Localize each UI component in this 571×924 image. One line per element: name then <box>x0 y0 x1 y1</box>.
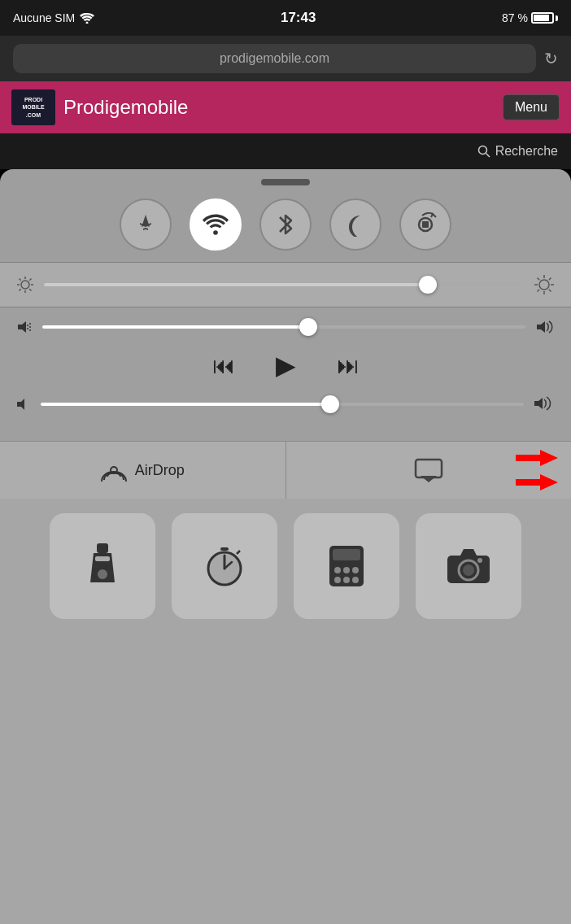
svg-rect-5 <box>422 221 429 228</box>
svg-line-2 <box>486 154 490 158</box>
calculator-button[interactable] <box>294 513 399 619</box>
brightness-high-icon <box>534 274 555 295</box>
wifi-status-icon <box>80 13 94 24</box>
svg-point-48 <box>343 577 350 583</box>
site-logo: PRODI MOBILE .COM <box>11 89 55 125</box>
volume-slider-row <box>16 395 555 413</box>
svg-line-13 <box>20 289 21 290</box>
airplay-button[interactable] <box>286 442 572 499</box>
brightness-slider[interactable] <box>44 283 524 286</box>
url-field[interactable]: prodigemobile.com <box>13 44 536 73</box>
pull-handle[interactable] <box>0 169 571 192</box>
site-logo-area: PRODI MOBILE .COM Prodigemobile <box>11 89 188 125</box>
rotation-toggle[interactable] <box>399 198 451 251</box>
moon-icon <box>344 212 367 237</box>
url-bar: prodigemobile.com ↻ <box>0 36 571 81</box>
status-time: 17:43 <box>281 10 316 26</box>
search-label: Recherche <box>495 144 558 159</box>
red-arrow-1 <box>516 449 558 467</box>
svg-point-1 <box>478 146 486 155</box>
svg-rect-40 <box>220 547 229 551</box>
play-button[interactable]: ▶ <box>276 350 296 381</box>
search-bar: Recherche <box>0 133 571 169</box>
svg-marker-29 <box>534 398 543 409</box>
svg-line-21 <box>549 290 551 292</box>
status-right: 87 % <box>502 11 558 24</box>
svg-marker-34 <box>516 474 558 490</box>
camera-icon <box>446 547 491 585</box>
status-bar: Aucune SIM 17:43 87 % <box>0 0 571 36</box>
red-arrow-2 <box>516 473 558 491</box>
airdrop-button[interactable]: AirDrop <box>0 442 286 499</box>
svg-rect-43 <box>333 549 360 560</box>
brightness-row <box>0 263 571 307</box>
svg-rect-35 <box>97 543 108 553</box>
svg-point-53 <box>477 558 482 563</box>
svg-point-44 <box>334 567 341 573</box>
svg-point-0 <box>86 21 89 24</box>
mute-icon <box>16 397 31 412</box>
wifi-icon <box>203 214 229 235</box>
wifi-toggle[interactable] <box>190 198 242 251</box>
volume-row <box>16 319 555 335</box>
volume-max-icon <box>535 319 555 335</box>
search-icon <box>477 145 490 158</box>
battery-percent: 87 % <box>502 11 528 24</box>
volume-high-icon <box>534 395 555 413</box>
donotdisturb-toggle[interactable] <box>329 198 381 251</box>
menu-button[interactable]: Menu <box>503 94 560 120</box>
status-left: Aucune SIM <box>13 11 94 24</box>
svg-line-14 <box>29 279 31 281</box>
fast-forward-button[interactable]: ⏭ <box>337 352 360 379</box>
svg-line-22 <box>538 290 540 292</box>
svg-point-52 <box>463 564 474 576</box>
svg-point-37 <box>98 569 107 579</box>
svg-point-3 <box>213 230 218 235</box>
svg-point-47 <box>334 577 341 583</box>
quick-buttons-row <box>0 499 571 924</box>
bluetooth-icon <box>277 211 294 238</box>
volume-slider[interactable] <box>41 403 524 406</box>
rotation-icon <box>413 212 438 237</box>
svg-line-41 <box>237 551 240 554</box>
svg-point-49 <box>352 577 359 583</box>
site-title: Prodigemobile <box>63 96 188 119</box>
svg-line-11 <box>20 279 21 281</box>
reload-button[interactable]: ↻ <box>544 49 558 68</box>
svg-point-6 <box>21 281 29 289</box>
svg-point-46 <box>352 567 359 573</box>
svg-marker-24 <box>18 321 26 333</box>
airplane-toggle[interactable] <box>120 198 172 251</box>
svg-marker-28 <box>17 399 24 410</box>
site-header: PRODI MOBILE .COM Prodigemobile Menu <box>0 81 571 133</box>
svg-line-20 <box>538 278 540 281</box>
svg-marker-27 <box>537 321 545 333</box>
airplay-icon <box>412 456 445 484</box>
battery-icon <box>531 12 558 24</box>
svg-rect-36 <box>95 556 110 561</box>
timer-icon <box>203 544 246 588</box>
airdrop-label: AirDrop <box>135 462 185 479</box>
playback-controls: ⏮ ▶ ⏭ <box>16 350 555 381</box>
svg-marker-33 <box>516 450 558 466</box>
svg-line-23 <box>549 278 551 281</box>
svg-marker-32 <box>421 476 437 482</box>
airdrop-icon <box>101 459 127 482</box>
carrier-label: Aucune SIM <box>13 11 75 24</box>
airdrop-airplay-row: AirDrop <box>0 441 571 499</box>
flashlight-icon <box>82 542 123 591</box>
rewind-button[interactable]: ⏮ <box>212 352 235 379</box>
camera-button[interactable] <box>416 513 521 619</box>
brightness-low-icon <box>16 276 34 294</box>
toggle-row <box>0 192 571 262</box>
volume-min-icon <box>16 319 33 335</box>
svg-line-12 <box>29 289 31 290</box>
calculator-icon <box>326 544 367 588</box>
bluetooth-toggle[interactable] <box>259 198 312 251</box>
svg-rect-31 <box>416 460 442 477</box>
media-volume-track[interactable] <box>42 325 525 329</box>
flashlight-button[interactable] <box>50 513 155 619</box>
svg-point-15 <box>539 280 549 290</box>
media-section: ⏮ ▶ ⏭ <box>0 307 571 441</box>
timer-button[interactable] <box>172 513 277 619</box>
